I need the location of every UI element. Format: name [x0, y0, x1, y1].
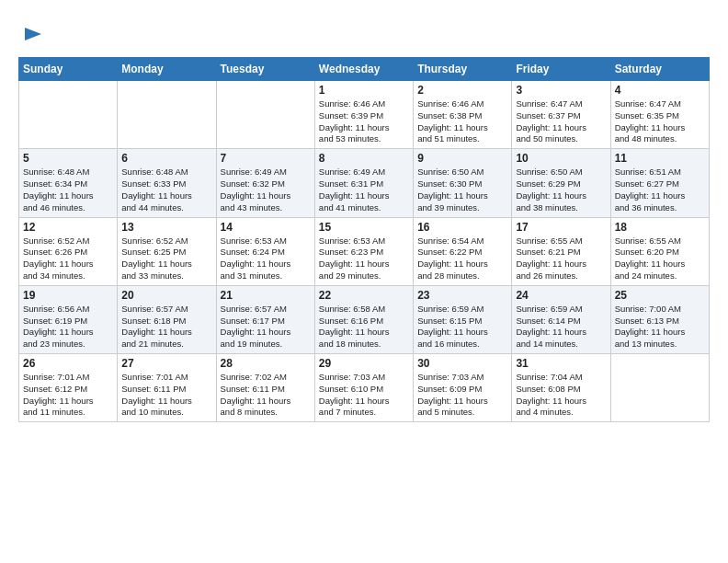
day-number: 11	[615, 152, 705, 165]
calendar-cell: 23Sunrise: 6:59 AM Sunset: 6:15 PM Dayli…	[414, 285, 512, 353]
calendar-cell: 15Sunrise: 6:53 AM Sunset: 6:23 PM Dayli…	[314, 217, 413, 285]
day-info: Sunrise: 6:46 AM Sunset: 6:38 PM Dayligh…	[417, 98, 507, 145]
day-number: 15	[319, 221, 409, 234]
day-number: 6	[121, 152, 211, 165]
calendar-cell: 13Sunrise: 6:52 AM Sunset: 6:25 PM Dayli…	[118, 217, 216, 285]
calendar-cell: 24Sunrise: 6:59 AM Sunset: 6:14 PM Dayli…	[512, 285, 610, 353]
day-number: 18	[615, 221, 705, 234]
day-number: 16	[417, 221, 507, 234]
day-number: 10	[516, 152, 606, 165]
day-number: 1	[319, 84, 409, 97]
svg-marker-0	[25, 28, 41, 40]
calendar-cell: 6Sunrise: 6:48 AM Sunset: 6:33 PM Daylig…	[118, 149, 216, 217]
day-info: Sunrise: 6:57 AM Sunset: 6:17 PM Dayligh…	[221, 304, 311, 350]
calendar-cell: 18Sunrise: 6:55 AM Sunset: 6:20 PM Dayli…	[610, 217, 709, 285]
day-info: Sunrise: 6:48 AM Sunset: 6:34 PM Dayligh…	[23, 167, 113, 213]
day-info: Sunrise: 6:52 AM Sunset: 6:25 PM Dayligh…	[121, 236, 211, 282]
calendar-cell	[216, 81, 314, 149]
calendar-header-row: SundayMondayTuesdayWednesdayThursdayFrid…	[19, 58, 710, 81]
day-info: Sunrise: 6:59 AM Sunset: 6:14 PM Dayligh…	[516, 304, 606, 350]
calendar-cell: 28Sunrise: 7:02 AM Sunset: 6:11 PM Dayli…	[216, 354, 314, 422]
calendar-cell: 22Sunrise: 6:58 AM Sunset: 6:16 PM Dayli…	[314, 285, 413, 353]
calendar-cell: 7Sunrise: 6:49 AM Sunset: 6:32 PM Daylig…	[216, 149, 314, 217]
calendar-cell: 3Sunrise: 6:47 AM Sunset: 6:37 PM Daylig…	[512, 81, 610, 149]
calendar-cell: 31Sunrise: 7:04 AM Sunset: 6:08 PM Dayli…	[512, 354, 610, 422]
calendar-day-header: Thursday	[414, 58, 512, 81]
calendar-cell: 1Sunrise: 6:46 AM Sunset: 6:39 PM Daylig…	[314, 81, 413, 149]
day-number: 14	[221, 221, 311, 234]
calendar-cell: 21Sunrise: 6:57 AM Sunset: 6:17 PM Dayli…	[216, 285, 314, 353]
day-info: Sunrise: 7:02 AM Sunset: 6:11 PM Dayligh…	[221, 372, 311, 419]
calendar-week-row: 5Sunrise: 6:48 AM Sunset: 6:34 PM Daylig…	[19, 149, 710, 217]
calendar-cell: 29Sunrise: 7:03 AM Sunset: 6:10 PM Dayli…	[314, 354, 413, 422]
day-number: 25	[615, 289, 705, 302]
day-number: 24	[516, 289, 606, 302]
calendar-week-row: 26Sunrise: 7:01 AM Sunset: 6:12 PM Dayli…	[19, 354, 710, 422]
day-info: Sunrise: 7:04 AM Sunset: 6:08 PM Dayligh…	[516, 372, 606, 419]
calendar-day-header: Wednesday	[314, 58, 413, 81]
calendar-cell: 27Sunrise: 7:01 AM Sunset: 6:11 PM Dayli…	[118, 354, 216, 422]
day-info: Sunrise: 6:54 AM Sunset: 6:22 PM Dayligh…	[417, 236, 507, 282]
day-number: 29	[319, 357, 409, 370]
day-info: Sunrise: 6:59 AM Sunset: 6:15 PM Dayligh…	[417, 304, 507, 350]
calendar-cell: 11Sunrise: 6:51 AM Sunset: 6:27 PM Dayli…	[610, 149, 709, 217]
calendar-cell: 19Sunrise: 6:56 AM Sunset: 6:19 PM Dayli…	[19, 285, 118, 353]
calendar-week-row: 12Sunrise: 6:52 AM Sunset: 6:26 PM Dayli…	[19, 217, 710, 285]
calendar-table: SundayMondayTuesdayWednesdayThursdayFrid…	[18, 57, 710, 422]
calendar-day-header: Sunday	[19, 58, 118, 81]
day-number: 12	[23, 221, 113, 234]
day-number: 2	[417, 84, 507, 97]
day-number: 22	[319, 289, 409, 302]
calendar-day-header: Friday	[512, 58, 610, 81]
day-info: Sunrise: 7:00 AM Sunset: 6:13 PM Dayligh…	[615, 304, 705, 350]
calendar-cell: 2Sunrise: 6:46 AM Sunset: 6:38 PM Daylig…	[414, 81, 512, 149]
calendar-cell: 17Sunrise: 6:55 AM Sunset: 6:21 PM Dayli…	[512, 217, 610, 285]
day-info: Sunrise: 6:52 AM Sunset: 6:26 PM Dayligh…	[23, 236, 113, 282]
day-number: 31	[516, 357, 606, 370]
day-number: 20	[121, 289, 211, 302]
calendar-cell: 25Sunrise: 7:00 AM Sunset: 6:13 PM Dayli…	[610, 285, 709, 353]
calendar-cell	[19, 81, 118, 149]
day-number: 17	[516, 221, 606, 234]
day-info: Sunrise: 6:47 AM Sunset: 6:37 PM Dayligh…	[516, 98, 606, 145]
day-info: Sunrise: 6:49 AM Sunset: 6:32 PM Dayligh…	[221, 167, 311, 213]
calendar-week-row: 1Sunrise: 6:46 AM Sunset: 6:39 PM Daylig…	[19, 81, 710, 149]
day-number: 19	[23, 289, 113, 302]
calendar-week-row: 19Sunrise: 6:56 AM Sunset: 6:19 PM Dayli…	[19, 285, 710, 353]
day-info: Sunrise: 6:57 AM Sunset: 6:18 PM Dayligh…	[121, 304, 211, 350]
day-info: Sunrise: 6:50 AM Sunset: 6:30 PM Dayligh…	[417, 167, 507, 213]
day-number: 13	[121, 221, 211, 234]
day-number: 8	[319, 152, 409, 165]
day-info: Sunrise: 6:55 AM Sunset: 6:21 PM Dayligh…	[516, 236, 606, 282]
day-info: Sunrise: 6:53 AM Sunset: 6:23 PM Dayligh…	[319, 236, 409, 282]
day-info: Sunrise: 6:48 AM Sunset: 6:33 PM Dayligh…	[121, 167, 211, 213]
calendar-cell: 12Sunrise: 6:52 AM Sunset: 6:26 PM Dayli…	[19, 217, 118, 285]
calendar-cell: 14Sunrise: 6:53 AM Sunset: 6:24 PM Dayli…	[216, 217, 314, 285]
calendar-cell: 10Sunrise: 6:50 AM Sunset: 6:29 PM Dayli…	[512, 149, 610, 217]
calendar-day-header: Monday	[118, 58, 216, 81]
calendar-cell: 8Sunrise: 6:49 AM Sunset: 6:31 PM Daylig…	[314, 149, 413, 217]
day-number: 3	[516, 84, 606, 97]
day-info: Sunrise: 7:03 AM Sunset: 6:09 PM Dayligh…	[417, 372, 507, 419]
day-info: Sunrise: 6:50 AM Sunset: 6:29 PM Dayligh…	[516, 167, 606, 213]
calendar-cell	[118, 81, 216, 149]
day-info: Sunrise: 7:01 AM Sunset: 6:11 PM Dayligh…	[121, 372, 211, 419]
day-number: 27	[121, 357, 211, 370]
day-info: Sunrise: 6:55 AM Sunset: 6:20 PM Dayligh…	[615, 236, 705, 282]
day-info: Sunrise: 6:58 AM Sunset: 6:16 PM Dayligh…	[319, 304, 409, 350]
calendar-day-header: Saturday	[610, 58, 709, 81]
day-info: Sunrise: 6:49 AM Sunset: 6:31 PM Dayligh…	[319, 167, 409, 213]
calendar-cell: 20Sunrise: 6:57 AM Sunset: 6:18 PM Dayli…	[118, 285, 216, 353]
day-info: Sunrise: 7:01 AM Sunset: 6:12 PM Dayligh…	[23, 372, 113, 419]
day-number: 7	[221, 152, 311, 165]
logo	[18, 18, 43, 48]
day-number: 5	[23, 152, 113, 165]
day-number: 9	[417, 152, 507, 165]
calendar-cell: 5Sunrise: 6:48 AM Sunset: 6:34 PM Daylig…	[19, 149, 118, 217]
day-info: Sunrise: 6:46 AM Sunset: 6:39 PM Dayligh…	[319, 98, 409, 145]
day-number: 30	[417, 357, 507, 370]
day-info: Sunrise: 6:47 AM Sunset: 6:35 PM Dayligh…	[615, 98, 705, 145]
logo-arrow-icon	[23, 24, 43, 44]
calendar-cell: 16Sunrise: 6:54 AM Sunset: 6:22 PM Dayli…	[414, 217, 512, 285]
day-number: 4	[615, 84, 705, 97]
